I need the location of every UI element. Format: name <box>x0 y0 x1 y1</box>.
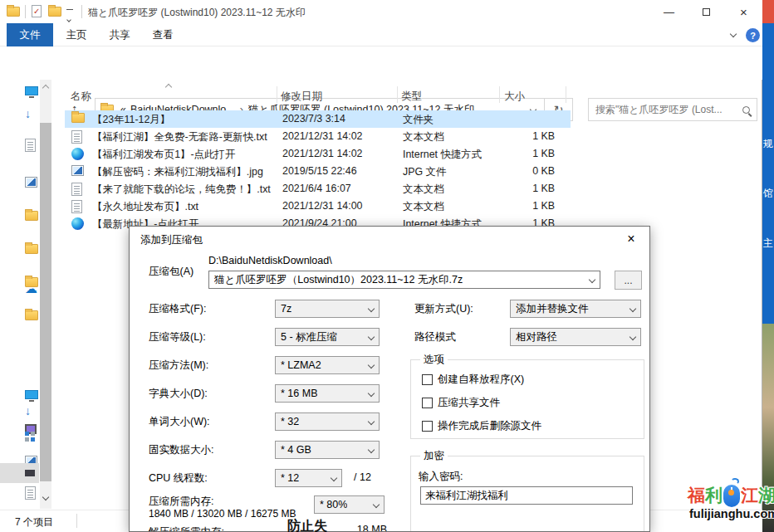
options-group-title: 选项 <box>420 353 448 367</box>
file-type: JPG 文件 <box>403 165 446 179</box>
file-row-selected[interactable]: 【23年11-12月】 2023/7/3 3:14 文件夹 <box>65 110 571 128</box>
archive-label: 压缩包(A) <box>149 265 194 279</box>
checkbox-icon[interactable] <box>422 421 433 432</box>
solid-block-select[interactable]: * 4 GB <box>275 441 380 459</box>
title-bar: 猫と爪呸罗呸罗 (Lostwind10) 2023.11~12 无水印 — × <box>0 0 762 23</box>
chevron-down-icon <box>373 501 380 508</box>
this-pc-icon[interactable] <box>25 390 38 399</box>
folder-icon[interactable] <box>25 211 38 221</box>
dictionary-select[interactable]: * 16 MB <box>275 384 380 403</box>
column-divider[interactable] <box>277 86 277 103</box>
word-size-select[interactable]: * 32 <box>275 412 380 431</box>
watermark-char: 湖 <box>758 484 774 507</box>
watermark-char: 福 <box>688 484 705 507</box>
path-mode-select[interactable]: 相对路径 <box>510 328 641 346</box>
chevron-down-icon <box>368 447 375 453</box>
file-date: 2021/12/31 14:00 <box>282 200 362 212</box>
file-row[interactable]: 【永久地址发布页】.txt 2021/12/31 14:00 文本文档 1 KB <box>65 198 571 215</box>
quick-access-properties-icon[interactable] <box>32 5 42 17</box>
memory-values: 1840 MB / 13020 MB / 16275 MB <box>149 508 296 520</box>
checkbox-icon[interactable] <box>422 398 433 408</box>
archive-name-combo[interactable]: 猫と爪呸罗呸罗（Lostwind10）2023.11~12 无水印.7z <box>208 271 600 289</box>
windows-tiles-icon[interactable] <box>25 432 35 442</box>
column-header-type[interactable]: 类型 <box>401 90 422 104</box>
checkbox-icon[interactable] <box>422 374 433 385</box>
maximize-button[interactable] <box>688 0 725 23</box>
file-type: Internet 快捷方式 <box>403 148 482 162</box>
tab-view[interactable]: 查看 <box>145 23 181 46</box>
help-button[interactable]: ? <box>746 28 760 42</box>
file-type: 文件夹 <box>403 113 434 127</box>
dialog-close-button[interactable]: × <box>613 227 649 251</box>
tab-home[interactable]: 主页 <box>58 23 95 46</box>
column-divider[interactable] <box>397 86 398 103</box>
file-date: 2021/12/31 14:02 <box>282 148 362 159</box>
items-count: 7 个项目 <box>15 515 53 530</box>
dictionary-label: 字典大小(D): <box>149 387 208 401</box>
scroll-up-icon[interactable] <box>42 85 49 91</box>
pictures-icon[interactable] <box>25 177 37 188</box>
column-divider[interactable] <box>499 86 500 103</box>
drive-icon[interactable] <box>25 470 35 476</box>
folder-icon[interactable] <box>25 310 38 320</box>
ribbon-collapse-icon[interactable] <box>730 31 737 37</box>
site-watermark: 福利江湖 fulijianghu.com <box>688 484 774 532</box>
scrollbar-thumb[interactable] <box>40 123 51 481</box>
strip-char: 主 <box>763 237 773 251</box>
file-row[interactable]: 【解压密码：来福利江湖找福利】.jpg 2019/5/15 22:46 JPG … <box>65 163 571 180</box>
encryption-group-title: 加密 <box>420 449 448 463</box>
archive-name-value: 猫と爪呸罗呸罗（Lostwind10）2023.11~12 无水印.7z <box>214 273 463 287</box>
option-shared-files[interactable]: 压缩共享文件 <box>422 396 500 410</box>
format-select[interactable]: 7z <box>275 300 380 318</box>
tab-file[interactable]: 文件 <box>7 23 53 46</box>
column-header-size[interactable]: 大小 <box>504 90 525 104</box>
file-date: 2021/12/31 14:02 <box>282 130 362 142</box>
strip-char: 规 <box>763 137 773 151</box>
path-mode-label: 路径模式 <box>414 330 456 344</box>
ribbon: 文件 主页 共享 查看 <box>0 23 762 46</box>
close-button[interactable]: × <box>725 0 762 23</box>
file-row[interactable]: 【福利江湖】全免费-无套路-更新快.txt 2021/12/31 14:02 文… <box>65 128 571 145</box>
file-name: 【解压密码：来福利江湖找福利】.jpg <box>92 165 263 179</box>
password-label: 输入密码: <box>419 470 463 484</box>
address-toolbar: ← → ↑ « BaiduNetdiskDownlo... › 猫と爪呸罗呸罗 … <box>0 46 762 80</box>
file-type: 文本文档 <box>403 183 444 197</box>
quick-access-folder-icon[interactable] <box>48 7 61 17</box>
tab-share[interactable]: 共享 <box>101 23 138 46</box>
text-file-icon <box>71 183 82 196</box>
minimize-button[interactable]: — <box>650 0 688 23</box>
column-divider[interactable] <box>566 86 566 103</box>
desktop-icon[interactable] <box>25 86 38 95</box>
file-row[interactable]: 【来了就能下载的论坛，纯免费！】.txt 2021/6/4 16:07 文本文档… <box>65 180 571 198</box>
screen: 规 馆 主 猫と爪呸罗呸罗 (Lostwind10) 2023.11~12 无水… <box>0 0 774 532</box>
option-delete-after[interactable]: 操作完成后删除源文件 <box>422 419 541 433</box>
documents-icon[interactable] <box>25 486 36 500</box>
file-row[interactable]: 【福利江湖发布页1】-点此打开 2021/12/31 14:02 Interne… <box>65 145 571 163</box>
password-input[interactable]: 来福利江湖找福利 <box>420 486 633 505</box>
chevron-down-icon <box>629 305 636 312</box>
update-mode-select[interactable]: 添加并替换文件 <box>510 300 641 318</box>
method-select[interactable]: * LZMA2 <box>275 356 380 374</box>
add-to-archive-dialog: 添加到压缩包 × 压缩包(A) D:\BaiduNetdiskDownload\… <box>129 226 650 532</box>
nav-scrollbar[interactable] <box>40 80 51 509</box>
sort-ascending-icon <box>165 84 172 90</box>
memory-percent-select[interactable]: * 80% <box>314 495 385 514</box>
level-select[interactable]: 5 - 标准压缩 <box>275 328 380 346</box>
folder-icon[interactable] <box>25 244 38 254</box>
documents-icon[interactable] <box>25 139 36 152</box>
downloads-icon[interactable]: ↓ <box>25 405 31 417</box>
downloads-icon[interactable]: ↓ <box>25 108 31 120</box>
strip-blue-segment <box>762 23 774 324</box>
browse-button[interactable]: ... <box>615 271 642 290</box>
file-date: 2023/7/3 3:14 <box>282 113 345 124</box>
column-header-date[interactable]: 修改日期 <box>281 90 322 104</box>
scroll-down-icon[interactable] <box>42 494 49 500</box>
column-header-name[interactable]: 名称 <box>71 90 91 104</box>
mouse-icon <box>723 485 740 507</box>
file-size: 1 KB <box>484 148 555 159</box>
option-sfx[interactable]: 创建自释放程序(X) <box>422 373 524 387</box>
chevron-down-icon <box>331 475 337 481</box>
onedrive-icon[interactable]: ☁ <box>25 282 37 295</box>
file-name: 【永久地址发布页】.txt <box>92 200 198 214</box>
cpu-threads-select[interactable]: * 12 <box>275 469 342 487</box>
